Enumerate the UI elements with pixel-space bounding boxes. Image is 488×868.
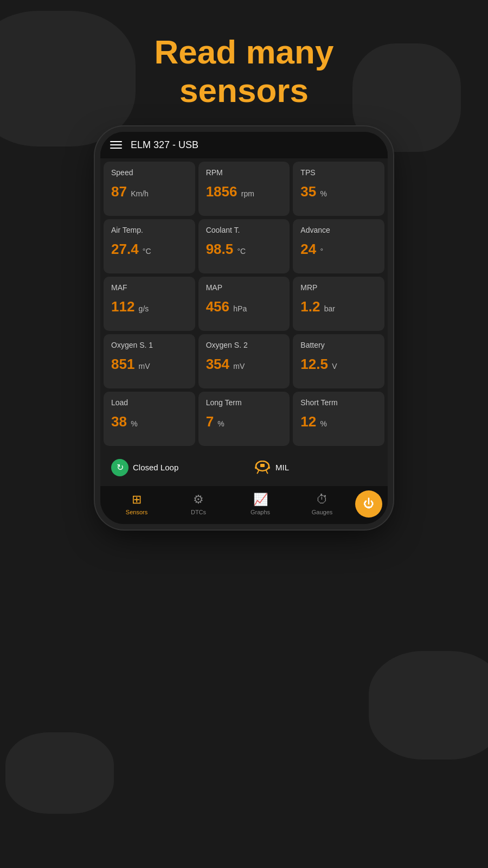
sensor-card-rpm[interactable]: RPM1856 rpm: [198, 162, 290, 216]
nav-gauges-label: Gauges: [312, 509, 333, 515]
sensor-label: Load: [111, 398, 188, 407]
sensor-label: MAF: [111, 283, 188, 292]
sensor-card-maf[interactable]: MAF112 g/s: [104, 277, 195, 331]
sensor-label: Oxygen S. 1: [111, 341, 188, 349]
dtcs-icon: ⚙: [193, 493, 204, 507]
closed-loop-status: ↻ Closed Loop: [104, 454, 242, 482]
closed-loop-label: Closed Loop: [133, 463, 178, 472]
status-bar: ↻ Closed Loop MIL: [100, 449, 388, 486]
sensor-value: 1856 rpm: [206, 183, 282, 200]
nav-dtcs-label: DTCs: [191, 509, 206, 515]
sensor-card-short-term[interactable]: Short Term12 %: [293, 392, 384, 446]
sensor-card-battery[interactable]: Battery12.5 V: [293, 334, 384, 388]
bottom-nav: ⊞ Sensors ⚙ DTCs 📈 Graphs ⏱ Gauges ⏻: [100, 486, 388, 524]
sensor-value: 7 %: [206, 413, 282, 430]
sensor-card-air-temp-[interactable]: Air Temp.27.4 °C: [104, 219, 195, 273]
sensor-card-mrp[interactable]: MRP1.2 bar: [293, 277, 384, 331]
mil-label: MIL: [275, 463, 289, 472]
power-button[interactable]: ⏻: [355, 490, 382, 518]
sensor-card-speed[interactable]: Speed87 Km/h: [104, 162, 195, 216]
graphs-icon: 📈: [253, 493, 268, 507]
sensor-value: 38 %: [111, 413, 188, 430]
nav-sensors-label: Sensors: [126, 509, 147, 515]
sensor-label: TPS: [300, 168, 377, 177]
sensor-value: 98.5 °C: [206, 241, 282, 258]
sensor-card-advance[interactable]: Advance24 °: [293, 219, 384, 273]
bg-blob-3: [369, 651, 488, 760]
sensor-value: 12 %: [300, 413, 377, 430]
sensor-label: Coolant T.: [206, 226, 282, 234]
sensor-value: 112 g/s: [111, 298, 188, 315]
sensor-value: 354 mV: [206, 356, 282, 373]
sensor-card-oxygen-s--2[interactable]: Oxygen S. 2354 mV: [198, 334, 290, 388]
sensor-value: 456 hPa: [206, 298, 282, 315]
svg-rect-1: [260, 464, 265, 467]
sensor-label: Advance: [300, 226, 377, 234]
page-title: Read many sensors: [0, 0, 488, 110]
sensor-label: Air Temp.: [111, 226, 188, 234]
sensor-label: MAP: [206, 283, 282, 292]
nav-gauges[interactable]: ⏱ Gauges: [291, 493, 353, 515]
nav-sensors[interactable]: ⊞ Sensors: [106, 493, 168, 515]
nav-graphs-label: Graphs: [251, 509, 270, 515]
sensor-value: 851 mV: [111, 356, 188, 373]
sensor-card-long-term[interactable]: Long Term7 %: [198, 392, 290, 446]
sensor-value: 1.2 bar: [300, 298, 377, 315]
sensor-grid: Speed87 Km/hRPM1856 rpmTPS35 %Air Temp.2…: [100, 158, 388, 449]
sensor-card-tps[interactable]: TPS35 %: [293, 162, 384, 216]
mil-icon: [254, 459, 271, 476]
connection-title: ELM 327 - USB: [131, 139, 198, 151]
sensor-label: Oxygen S. 2: [206, 341, 282, 349]
sensor-label: Battery: [300, 341, 377, 349]
sensor-label: MRP: [300, 283, 377, 292]
mil-status: MIL: [246, 454, 384, 482]
sensor-label: Speed: [111, 168, 188, 177]
sensor-label: RPM: [206, 168, 282, 177]
closed-loop-icon: ↻: [111, 459, 129, 476]
sensor-value: 27.4 °C: [111, 241, 188, 258]
sensor-card-load[interactable]: Load38 %: [104, 392, 195, 446]
sensor-value: 12.5 V: [300, 356, 377, 373]
sensor-label: Short Term: [300, 398, 377, 407]
sensor-value: 87 Km/h: [111, 183, 188, 200]
nav-graphs[interactable]: 📈 Graphs: [229, 493, 291, 515]
sensor-value: 24 °: [300, 241, 377, 258]
gauges-icon: ⏱: [316, 493, 328, 507]
menu-icon[interactable]: [110, 141, 122, 149]
phone-device: ELM 327 - USB Speed87 Km/hRPM1856 rpmTPS…: [100, 132, 388, 524]
sensors-icon: ⊞: [132, 493, 142, 507]
nav-dtcs[interactable]: ⚙ DTCs: [168, 493, 229, 515]
sensor-value: 35 %: [300, 183, 377, 200]
sensor-label: Long Term: [206, 398, 282, 407]
sensor-card-oxygen-s--1[interactable]: Oxygen S. 1851 mV: [104, 334, 195, 388]
sensor-card-coolant-t-[interactable]: Coolant T.98.5 °C: [198, 219, 290, 273]
phone-topbar: ELM 327 - USB: [100, 132, 388, 158]
sensor-card-map[interactable]: MAP456 hPa: [198, 277, 290, 331]
bg-blob-4: [5, 732, 114, 814]
